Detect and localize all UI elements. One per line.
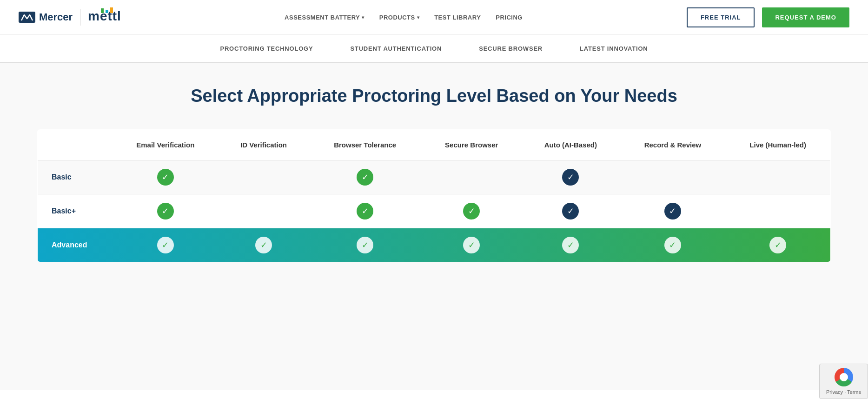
svg-rect-2	[106, 10, 108, 13]
basicplus-id-check	[219, 194, 308, 228]
check-icon: ✓	[664, 203, 681, 219]
table-row: Advanced ✓ ✓ ✓ ✓ ✓ ✓	[38, 228, 831, 262]
main-content: Select Appropriate Proctoring Level Base…	[0, 63, 868, 390]
svg-rect-3	[110, 7, 113, 13]
proctoring-table: Email Verification ID Verification Brows…	[37, 129, 831, 262]
basic-record-review	[620, 160, 726, 194]
check-icon: ✓	[357, 169, 373, 186]
nav-assessment-battery[interactable]: ASSESSMENT BATTERY ▾	[285, 14, 364, 21]
basic-browser-tolerance: ✓	[308, 160, 422, 194]
table-header-row: Email Verification ID Verification Brows…	[38, 130, 831, 160]
col-live: Live (Human-led)	[725, 130, 830, 160]
check-icon: ✓	[255, 237, 272, 253]
svg-rect-1	[101, 8, 104, 13]
sub-nav-secure-browser[interactable]: SECURE BROWSER	[479, 45, 543, 52]
header-actions: FREE TRIAL REQUEST A DEMO	[687, 7, 849, 27]
col-level	[38, 130, 112, 160]
check-icon: ✓	[157, 203, 174, 219]
col-record-review: Record & Review	[620, 130, 726, 160]
check-icon: ✓	[463, 203, 480, 219]
level-basicplus: Basic+	[38, 194, 112, 228]
check-icon: ✓	[357, 203, 373, 219]
check-icon: ✓	[562, 237, 579, 253]
advanced-id-check: ✓	[219, 228, 308, 262]
chevron-down-icon: ▾	[417, 15, 420, 20]
col-auto-ai: Auto (AI-Based)	[521, 130, 620, 160]
sub-nav-latest-innovation[interactable]: LATEST INNOVATION	[580, 45, 648, 52]
advanced-email-check: ✓	[112, 228, 219, 262]
main-nav: ASSESSMENT BATTERY ▾ PRODUCTS ▾ TEST LIB…	[285, 14, 523, 21]
check-icon: ✓	[463, 237, 480, 253]
basicplus-auto-ai: ✓	[521, 194, 620, 228]
advanced-record-review: ✓	[620, 228, 726, 262]
logo-area: Mercer mettl	[19, 7, 120, 27]
logo-divider	[80, 9, 80, 26]
advanced-secure-browser: ✓	[422, 228, 521, 262]
basic-live	[725, 160, 830, 194]
mercer-logo-icon	[19, 12, 35, 23]
col-id-verification: ID Verification	[219, 130, 308, 160]
page-title: Select Appropriate Proctoring Level Base…	[37, 86, 831, 106]
basicplus-secure-browser: ✓	[422, 194, 521, 228]
chevron-down-icon: ▾	[362, 15, 364, 20]
basicplus-email-check: ✓	[112, 194, 219, 228]
col-email-verification: Email Verification	[112, 130, 219, 160]
table-row: Basic+ ✓ ✓ ✓ ✓ ✓	[38, 194, 831, 228]
sub-nav: PROCTORING TECHNOLOGY STUDENT AUTHENTICA…	[0, 35, 868, 63]
check-icon: ✓	[664, 237, 681, 253]
mercer-logo[interactable]: Mercer	[19, 11, 73, 23]
level-basic: Basic	[38, 160, 112, 194]
mettl-logo[interactable]: mettl	[88, 7, 120, 27]
sub-nav-proctoring-technology[interactable]: PROCTORING TECHNOLOGY	[220, 45, 313, 52]
mercer-text: Mercer	[39, 11, 73, 23]
nav-test-library[interactable]: TEST LIBRARY	[434, 14, 481, 21]
col-secure-browser: Secure Browser	[422, 130, 521, 160]
nav-products[interactable]: PRODUCTS ▾	[379, 14, 419, 21]
basicplus-live	[725, 194, 830, 228]
header: Mercer mettl ASSESSMENT BATTERY ▾ PROD	[0, 0, 868, 35]
col-browser-tolerance: Browser Tolerance	[308, 130, 422, 160]
free-trial-button[interactable]: FREE TRIAL	[687, 7, 755, 27]
basicplus-browser-tolerance: ✓	[308, 194, 422, 228]
basic-id-check	[219, 160, 308, 194]
basicplus-record-review: ✓	[620, 194, 726, 228]
advanced-live: ✓	[725, 228, 830, 262]
basic-secure-browser	[422, 160, 521, 194]
check-icon: ✓	[769, 237, 786, 253]
privacy-terms-link[interactable]: Privacy · Terms	[826, 389, 861, 390]
basic-auto-ai: ✓	[521, 160, 620, 194]
request-demo-button[interactable]: REQUEST A DEMO	[762, 7, 849, 27]
basic-email-check: ✓	[112, 160, 219, 194]
check-icon: ✓	[157, 237, 174, 253]
table-row: Basic ✓ ✓ ✓	[38, 160, 831, 194]
recaptcha-inner	[840, 373, 848, 381]
nav-pricing[interactable]: PRICING	[496, 14, 523, 21]
mettl-text: mettl	[88, 7, 120, 27]
check-icon: ✓	[357, 237, 373, 253]
footer-privacy: Privacy · Terms	[819, 364, 868, 390]
sub-nav-student-authentication[interactable]: STUDENT AUTHENTICATION	[350, 45, 442, 52]
advanced-browser-tolerance: ✓	[308, 228, 422, 262]
level-advanced: Advanced	[38, 228, 112, 262]
check-icon: ✓	[562, 169, 579, 186]
advanced-auto-ai: ✓	[521, 228, 620, 262]
svg-text:mettl: mettl	[88, 9, 120, 23]
check-icon: ✓	[157, 169, 174, 186]
check-icon: ✓	[562, 203, 579, 219]
recaptcha-icon	[835, 368, 853, 386]
